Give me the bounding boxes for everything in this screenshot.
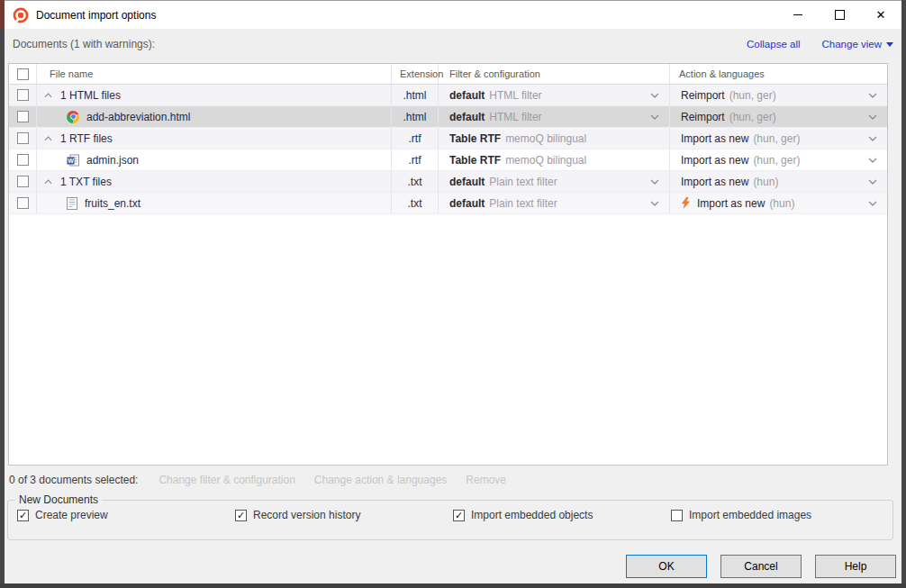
maximize-button[interactable] (819, 1, 860, 29)
table-row-admin-json[interactable]: W admin.json .rtf Table RTF memoQ biling… (9, 149, 887, 171)
create-preview-option[interactable]: Create preview (17, 509, 235, 521)
word-doc-icon: W (67, 154, 79, 167)
action-dropdown[interactable]: Import as new (hun) (670, 193, 887, 213)
change-action-link-disabled[interactable]: Change action & languages (314, 474, 447, 486)
extension-cell: .html (392, 85, 439, 105)
action-dropdown[interactable]: Import as new (hun, ger) (670, 128, 887, 149)
action-dropdown[interactable]: Reimport (hun, ger) (670, 85, 887, 105)
import-embedded-objects-checkbox[interactable] (453, 510, 465, 521)
column-header-filter[interactable]: Filter & configuration (439, 64, 670, 84)
chevron-down-icon (650, 93, 659, 98)
column-header-extension[interactable]: Extension (392, 64, 439, 84)
import-embedded-objects-option[interactable]: Import embedded objects (453, 509, 671, 521)
selection-status-bar: 0 of 3 documents selected: Change filter… (9, 470, 506, 490)
extension-cell: .txt (392, 171, 439, 192)
filter-value-cell: Table RTF memoQ bilingual (439, 128, 670, 149)
warning-lightning-icon (681, 197, 691, 209)
row-checkbox-cell (9, 106, 37, 127)
change-filter-link-disabled[interactable]: Change filter & configuration (159, 474, 294, 486)
filter-dropdown[interactable]: default HTML filter (439, 106, 670, 127)
chevron-down-icon (868, 114, 877, 120)
collapse-chevron-up-icon[interactable] (44, 179, 52, 185)
file-name-cell: 1 HTML files (37, 85, 392, 105)
table-row-txt-group[interactable]: 1 TXT files .txt default Plain text filt… (9, 171, 887, 193)
file-name-cell: 1 TXT files (37, 171, 392, 192)
create-preview-checkbox[interactable] (17, 510, 29, 521)
maximize-icon (835, 10, 845, 20)
chevron-down-icon (650, 201, 659, 206)
close-icon: ✕ (876, 9, 886, 21)
new-documents-options: Create preview Record version history Im… (8, 509, 892, 521)
record-version-history-checkbox[interactable] (235, 510, 247, 521)
row-checkbox[interactable] (17, 154, 29, 166)
remove-link-disabled[interactable]: Remove (466, 474, 506, 486)
filter-value-cell: Table RTF memoQ bilingual (439, 149, 670, 170)
table-row-html-group[interactable]: 1 HTML files .html default HTML filter R… (9, 85, 887, 106)
collapse-all-link[interactable]: Collapse all (747, 39, 800, 50)
chevron-down-icon (868, 136, 877, 141)
select-all-checkbox[interactable] (17, 68, 29, 80)
group-name: 1 HTML files (60, 89, 121, 102)
chrome-icon (67, 111, 79, 123)
help-button[interactable]: Help (815, 555, 896, 578)
close-button[interactable]: ✕ (860, 1, 901, 29)
column-header-action[interactable]: Action & languages (670, 64, 887, 84)
row-checkbox-cell (9, 85, 37, 105)
cancel-button[interactable]: Cancel (720, 555, 802, 578)
chevron-down-icon (650, 179, 659, 185)
table-row-add-abbreviation[interactable]: add-abbreviation.html .html default HTML… (9, 106, 887, 128)
window-controls: ✕ (777, 1, 901, 29)
minimize-button[interactable] (777, 1, 819, 29)
extension-cell: .rtf (392, 149, 439, 170)
record-version-history-option[interactable]: Record version history (235, 509, 453, 521)
memoq-logo-icon (13, 7, 29, 23)
group-name: 1 RTF files (60, 132, 113, 145)
filter-dropdown[interactable]: default HTML filter (439, 85, 670, 105)
import-embedded-images-checkbox[interactable] (671, 510, 683, 521)
row-checkbox[interactable] (17, 132, 29, 144)
collapse-chevron-up-icon[interactable] (44, 93, 52, 98)
extension-cell: .txt (392, 193, 439, 213)
table-row-fruits-en[interactable]: fruits_en.txt .txt default Plain text fi… (9, 193, 887, 214)
action-dropdown[interactable]: Import as new (hun) (670, 171, 887, 192)
column-header-file-name[interactable]: File name (37, 64, 392, 84)
documents-count-label: Documents (1 with warnings): (13, 38, 155, 50)
row-checkbox-cell (9, 193, 37, 213)
action-dropdown[interactable]: Reimport (hun, ger) (670, 106, 887, 127)
collapse-chevron-up-icon[interactable] (44, 136, 52, 141)
group-name: 1 TXT files (60, 176, 112, 188)
import-embedded-images-option[interactable]: Import embedded images (671, 509, 889, 521)
chevron-down-icon (886, 42, 893, 47)
chevron-down-icon (868, 201, 877, 206)
window-title: Document import options (36, 9, 156, 22)
window-border-left (0, 0, 5, 588)
change-view-link[interactable]: Change view (822, 39, 893, 50)
row-checkbox[interactable] (17, 111, 29, 122)
documents-header-links: Collapse all Change view (747, 39, 893, 50)
file-name: admin.json (86, 154, 139, 167)
row-checkbox-cell (9, 171, 37, 192)
action-dropdown[interactable]: Import as new (hun, ger) (670, 149, 887, 170)
window-titlebar: Document import options ✕ (5, 0, 901, 29)
file-name-cell: add-abbreviation.html (37, 106, 392, 127)
table-row-rtf-group[interactable]: 1 RTF files .rtf Table RTF memoQ bilingu… (9, 128, 887, 149)
row-checkbox-cell (9, 128, 37, 149)
file-name-cell: W admin.json (37, 149, 392, 170)
documents-header-bar: Documents (1 with warnings): Collapse al… (5, 29, 901, 59)
extension-cell: .html (392, 106, 439, 127)
row-checkbox[interactable] (17, 176, 29, 187)
documents-table: File name Extension Filter & configurati… (8, 63, 888, 466)
file-name-cell: 1 RTF files (37, 128, 392, 149)
chevron-down-icon (868, 179, 877, 185)
selected-count-label: 0 of 3 documents selected: (9, 474, 138, 486)
filter-dropdown[interactable]: default Plain text filter (439, 193, 670, 213)
row-checkbox[interactable] (17, 197, 29, 209)
row-checkbox[interactable] (17, 89, 29, 101)
new-documents-legend: New Documents (15, 493, 102, 506)
new-documents-group: New Documents Create preview Record vers… (7, 493, 893, 540)
window-border-bottom (0, 583, 906, 588)
filter-dropdown[interactable]: default Plain text filter (439, 171, 670, 192)
ok-button[interactable]: OK (626, 555, 707, 578)
window-border-left-top (0, 0, 5, 29)
window-border-right (901, 0, 906, 588)
